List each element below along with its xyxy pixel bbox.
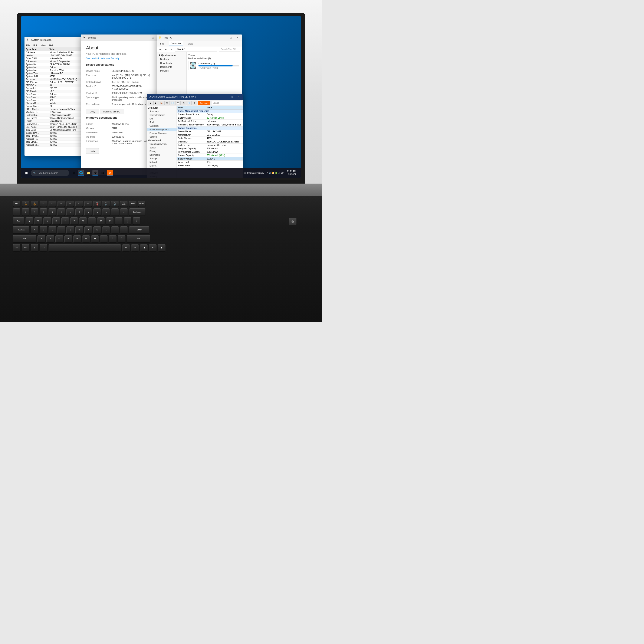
taskbar-aida64[interactable]: 64 [107, 170, 113, 176]
key-arrow-right[interactable]: ▶ [158, 244, 166, 252]
aida-save-btn[interactable]: 💾 [175, 101, 181, 105]
key-7[interactable]: &7 [75, 208, 83, 216]
key-f7[interactable]: F7 [75, 201, 83, 207]
rename-pc-btn[interactable]: Rename this PC [100, 109, 124, 114]
key-shift-right[interactable]: Shift [127, 235, 150, 243]
key-x[interactable]: X [46, 235, 54, 243]
key-p[interactable]: P [106, 217, 114, 225]
aida-sidebar-item[interactable]: Computer [147, 106, 177, 110]
key-w[interactable]: W [34, 217, 42, 225]
key-lbracket[interactable]: {[ [115, 217, 123, 225]
aida-home-btn[interactable]: 🏠 [159, 101, 164, 105]
aida-sidebar-item[interactable]: Computer Name [147, 113, 177, 117]
key-m[interactable]: M [91, 235, 99, 243]
about-maximize-btn[interactable]: □ [150, 35, 156, 41]
key-r[interactable]: R [52, 217, 60, 225]
key-esc[interactable]: Esc [13, 201, 20, 207]
key-f12[interactable]: F12PrtScr [120, 201, 128, 207]
aida-sidebar-item[interactable]: IPMI [147, 121, 177, 124]
key-ctrl-right[interactable]: Ctrl [131, 244, 139, 252]
key-enter[interactable]: Enter [129, 226, 149, 234]
key-o[interactable]: O [97, 217, 105, 225]
key-minus[interactable]: _- [111, 208, 119, 216]
start-button[interactable]: ⊞ [23, 170, 30, 176]
aida-sidebar-item[interactable]: Server [147, 146, 177, 149]
explorer-maximize-btn[interactable]: □ [228, 35, 234, 41]
key-win[interactable]: ⊞ [31, 244, 38, 252]
key-1[interactable]: !1 [22, 208, 29, 216]
local-disk-c[interactable]: 💽 Local Disk (C:) 401 GB free of 476 GB [188, 61, 240, 70]
key-i[interactable]: I [88, 217, 96, 225]
desktop-shortcut[interactable]: Desktop [157, 57, 186, 61]
key-backslash[interactable]: |\ [133, 217, 141, 225]
key-3[interactable]: #3 [40, 208, 47, 216]
key-c[interactable]: C [55, 235, 63, 243]
explorer-tab-computer[interactable]: Computer [169, 41, 183, 46]
taskbar-mail[interactable]: ✉ [100, 170, 106, 176]
key-f4[interactable]: F4 [49, 201, 56, 207]
key-z[interactable]: Z [37, 235, 45, 243]
key-f11[interactable]: F11🔊 [111, 201, 119, 207]
aida-close-btn[interactable]: ✕ [235, 94, 241, 100]
key-delete[interactable]: Delete [138, 201, 146, 207]
taskbar-task-view[interactable]: ⧉ [71, 170, 77, 176]
aida-sidebar-item[interactable]: Motherboard [147, 139, 177, 142]
key-period[interactable]: >. [109, 235, 117, 243]
key-equals[interactable]: += [120, 208, 128, 216]
key-n[interactable]: N [82, 235, 90, 243]
about-security-link[interactable]: See details in Windows Security [86, 57, 159, 60]
key-slash[interactable]: ?/ [118, 235, 126, 243]
key-6[interactable]: ^6 [66, 208, 74, 216]
key-f5[interactable]: F5 [57, 201, 65, 207]
aida-buynow-btn[interactable]: Buy Now! [198, 101, 210, 105]
explorer-tab-view[interactable]: View [186, 42, 195, 46]
key-arrow-down[interactable]: ▼ [149, 244, 157, 252]
aida-sidebar-item[interactable]: Display [147, 149, 177, 153]
key-a[interactable]: A [31, 226, 38, 234]
aida-sidebar-item[interactable]: DirectX [147, 164, 177, 168]
key-k[interactable]: K [93, 226, 101, 234]
key-fn[interactable]: Fn [13, 244, 20, 252]
key-4[interactable]: $4 [49, 208, 56, 216]
key-backtick[interactable]: ~` [13, 208, 20, 216]
show-desktop-btn[interactable] [297, 170, 299, 176]
aida-sidebar-item[interactable]: Power Management [147, 128, 177, 131]
key-shift-left[interactable]: Shift [13, 235, 36, 243]
system-clock[interactable]: 11:11 AM 1/30/2024 [287, 170, 296, 176]
sysinfo-minimize-btn[interactable]: ─ [72, 37, 78, 43]
key-j[interactable]: J [84, 226, 92, 234]
sysinfo-menu-file[interactable]: File [26, 44, 30, 47]
key-f10[interactable]: F10🔉 [102, 201, 110, 207]
key-0[interactable]: )0 [102, 208, 110, 216]
key-f6[interactable]: F6 [66, 201, 74, 207]
aida-sidebar-item[interactable]: Storage [147, 157, 177, 160]
key-f9[interactable]: F9🔇 [93, 201, 101, 207]
key-f1[interactable]: F1🔅 [22, 201, 29, 207]
key-e[interactable]: E [43, 217, 51, 225]
key-h[interactable]: H [75, 226, 83, 234]
key-quote[interactable]: "' [120, 226, 128, 234]
taskbar-settings-app[interactable]: ⚙ [92, 170, 98, 176]
about-minimize-btn[interactable]: ─ [144, 35, 149, 41]
aida-sidebar-item[interactable]: DMI [147, 117, 177, 121]
key-alt-left[interactable]: Alt [40, 244, 47, 252]
aida-sidebar-item[interactable]: Multimedia [147, 153, 177, 157]
key-g[interactable]: G [66, 226, 74, 234]
aida-maximize-btn[interactable]: □ [229, 94, 235, 100]
taskbar-edge[interactable]: 🌐 [78, 170, 84, 176]
aida-print-btn[interactable]: 🖨 [181, 101, 186, 105]
address-bar[interactable]: This PC [175, 47, 217, 52]
taskbar-explorer[interactable]: 📁 [85, 170, 91, 176]
aida-email-btn[interactable]: 📧 [187, 101, 192, 105]
documents-shortcut[interactable]: Documents [157, 65, 186, 69]
sysinfo-menu-view[interactable]: View [41, 44, 46, 47]
key-alt-right[interactable]: Alt [122, 244, 130, 252]
key-v[interactable]: V [64, 235, 72, 243]
key-y[interactable]: Y [70, 217, 78, 225]
aida-minimize-btn[interactable]: ─ [222, 94, 228, 100]
explorer-tab-file[interactable]: File [158, 42, 166, 46]
key-comma[interactable]: <, [100, 235, 108, 243]
key-arrow-left[interactable]: ◀ [140, 244, 148, 252]
up-btn[interactable]: ▲ [169, 48, 173, 51]
key-ctrl-left[interactable]: Ctrl [22, 244, 29, 252]
